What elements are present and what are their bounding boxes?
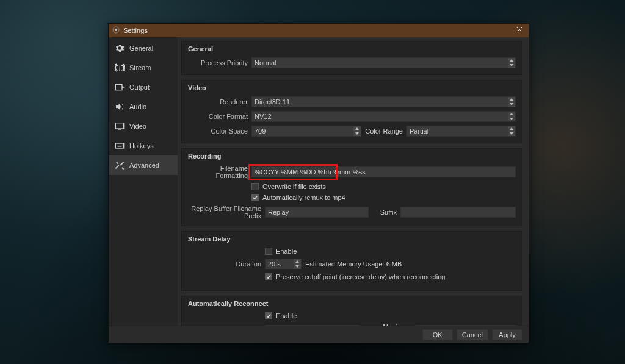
suffix-input[interactable] [400,207,516,218]
process-priority-select[interactable]: Normal [251,57,516,68]
select-value: NV12 [255,113,272,120]
color-format-select[interactable]: NV12 [251,111,516,122]
monitor-icon [115,121,125,131]
select-value: 709 [255,127,266,135]
sidebar-item-hotkeys[interactable]: Hotkeys [109,136,178,155]
cancel-button[interactable]: Cancel [457,329,488,340]
group-title: Automatically Reconnect [188,300,516,307]
close-button[interactable] [514,27,525,34]
select-value: Direct3D 11 [255,98,290,105]
suffix-label: Suffix [372,209,397,216]
sidebar-item-label: Output [129,84,150,91]
sidebar-item-label: Stream [129,64,151,71]
settings-window: Settings General Stream Output Audio [108,23,529,343]
settings-content[interactable]: General Process Priority Normal Video Re… [178,37,529,326]
svg-rect-4 [115,84,122,90]
sidebar-item-label: Video [129,123,146,130]
preserve-cutoff-label: Preserve cutoff point (increase delay) w… [276,273,445,280]
color-range-label: Color Range [365,127,403,135]
overwrite-label: Overwrite if file exists [262,183,326,190]
sidebar-item-advanced[interactable]: Advanced [109,155,178,175]
group-title: Stream Delay [188,235,516,243]
renderer-label: Renderer [188,98,248,105]
apply-button[interactable]: Apply [492,329,522,340]
sidebar-item-video[interactable]: Video [109,116,178,136]
settings-sidebar: General Stream Output Audio Video Hotkey… [109,37,178,326]
stream-delay-enable-label: Enable [276,248,297,255]
group-title: Recording [188,152,516,160]
filename-formatting-label: Filename Formatting [188,165,248,179]
antenna-icon [115,63,125,73]
auto-reconnect-enable-label: Enable [276,312,297,319]
input-value: Replay [268,209,289,216]
input-value: %CCYY-%MM-%DD %hh-%mm-%ss [255,168,366,176]
color-range-select[interactable]: Partial [406,126,516,137]
group-general: General Process Priority Normal [181,41,522,75]
color-space-label: Color Space [188,127,248,135]
retry-delay-spin[interactable]: 10 s [265,325,359,326]
replay-prefix-input[interactable]: Replay [265,207,369,218]
ok-button[interactable]: OK [422,329,453,340]
sidebar-item-label: Audio [129,103,146,110]
svg-point-1 [115,29,117,31]
sidebar-item-output[interactable]: Output [109,77,178,97]
replay-prefix-label: Replay Buffer Filename Prefix [188,205,261,219]
group-title: Video [188,84,516,91]
sidebar-item-audio[interactable]: Audio [109,97,178,116]
process-priority-label: Process Priority [188,59,248,66]
remux-checkbox[interactable] [251,194,259,201]
group-video: Video Renderer Direct3D 11 Color Format … [181,80,522,143]
stream-delay-enable-checkbox[interactable] [265,248,272,255]
titlebar: Settings [109,24,529,37]
duration-spin[interactable]: 20 s [265,259,302,269]
duration-label: Duration [188,260,261,268]
memory-usage-label: Estimated Memory Usage: 6 MB [305,260,402,268]
color-format-label: Color Format [188,113,248,120]
sidebar-item-stream[interactable]: Stream [109,58,178,77]
max-retries-spin[interactable]: 20 [416,325,516,326]
sidebar-item-label: General [129,45,153,52]
remux-label: Automatically remux to mp4 [262,194,345,201]
gear-icon [115,43,125,53]
select-value: Partial [410,127,428,135]
output-icon [115,82,125,92]
sidebar-item-general[interactable]: General [109,38,178,58]
spin-value: 20 s [268,260,281,268]
tools-icon [115,160,125,170]
group-title: General [188,45,516,52]
sidebar-item-label: Hotkeys [129,142,154,149]
keyboard-icon [115,141,125,151]
app-icon [112,26,120,35]
sidebar-item-label: Advanced [129,162,159,169]
svg-rect-5 [115,123,123,129]
preserve-cutoff-checkbox[interactable] [265,273,272,280]
svg-rect-7 [115,143,123,148]
color-space-select[interactable]: 709 [251,126,361,137]
speaker-icon [115,102,125,112]
overwrite-checkbox[interactable] [251,183,259,190]
auto-reconnect-enable-checkbox[interactable] [265,312,272,319]
group-stream-delay: Stream Delay Enable Duration 20 s Estima… [181,231,522,291]
group-auto-reconnect: Automatically Reconnect Enable Retry Del… [181,296,522,326]
filename-formatting-input[interactable]: %CCYY-%MM-%DD %hh-%mm-%ss [251,166,516,177]
select-value: Normal [255,59,276,66]
window-title: Settings [123,27,148,34]
dialog-footer: OK Cancel Apply [109,326,529,343]
group-recording: Recording Filename Formatting %CCYY-%MM-… [181,148,522,226]
renderer-select[interactable]: Direct3D 11 [251,96,516,107]
